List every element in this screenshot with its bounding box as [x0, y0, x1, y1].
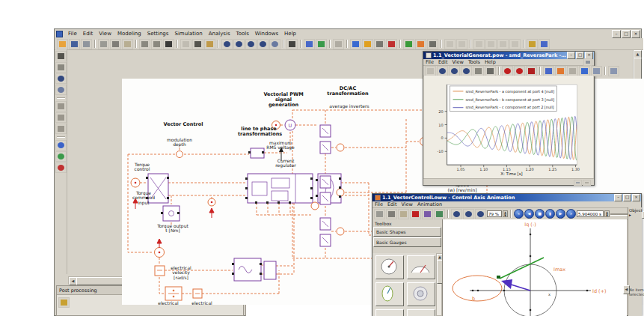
- plot-menu-edit[interactable]: Edit: [436, 59, 450, 65]
- settings-gear-icon[interactable]: [427, 39, 438, 49]
- anim-menu-view[interactable]: View: [399, 201, 414, 207]
- anim-menu-edit[interactable]: Edit: [385, 201, 399, 207]
- pause-button[interactable]: ▮: [545, 209, 555, 219]
- layout-b-icon[interactable]: [555, 66, 566, 76]
- sim-amber-icon[interactable]: [362, 39, 373, 49]
- anim-time-input[interactable]: [577, 210, 604, 217]
- pencil-icon[interactable]: [527, 39, 538, 49]
- cut-icon[interactable]: [374, 209, 385, 219]
- shape-rect-icon[interactable]: [55, 101, 67, 112]
- link-icon[interactable]: [422, 209, 433, 219]
- mdi-close-button[interactable]: ×: [631, 30, 640, 38]
- menu-modeling[interactable]: Modeling: [114, 31, 144, 37]
- doc-blue-icon[interactable]: [539, 39, 550, 49]
- paste-icon[interactable]: [122, 39, 133, 49]
- play-back-button[interactable]: ◀: [524, 209, 534, 219]
- plot-minimize-button[interactable]: –: [567, 52, 575, 59]
- disabled-a-icon[interactable]: [444, 39, 456, 49]
- panel-blue-icon[interactable]: [304, 39, 315, 49]
- zoom-in-icon[interactable]: [221, 39, 233, 49]
- shape-line-icon[interactable]: [55, 124, 67, 134]
- run-green-icon[interactable]: [403, 39, 414, 49]
- menu-help[interactable]: Help: [281, 31, 299, 37]
- paste-icon[interactable]: [398, 209, 409, 219]
- layout-c-icon[interactable]: [567, 66, 578, 76]
- zoom-in-icon[interactable]: [451, 209, 462, 219]
- flag-red-icon[interactable]: [526, 66, 537, 76]
- select-icon[interactable]: [425, 66, 436, 76]
- panel-green-icon[interactable]: [316, 39, 327, 49]
- anim-close-button[interactable]: ×: [632, 194, 640, 201]
- zoom-out-icon[interactable]: [463, 209, 474, 219]
- plot-resize-grip[interactable]: [583, 180, 591, 186]
- layout-a-icon[interactable]: [543, 66, 554, 76]
- menu-settings[interactable]: Settings: [144, 31, 172, 37]
- anim-titlebar[interactable]: 1.1_VectorControlLoww - Control Axis Ani…: [372, 194, 641, 201]
- plot-titlebar[interactable]: 1.1_VectorialGenerat.pow - smd_ReversePa…: [423, 52, 594, 59]
- plot-menu-help[interactable]: Help: [482, 59, 498, 65]
- menu-file[interactable]: File: [65, 31, 80, 37]
- post-processing-tool-button[interactable]: [58, 297, 70, 308]
- zoom-out-icon[interactable]: [233, 39, 245, 49]
- anim-minimize-button[interactable]: –: [614, 194, 622, 201]
- probe-icon[interactable]: [55, 85, 67, 95]
- line-icon[interactable]: [286, 39, 298, 49]
- plot-chart[interactable]: 1.051.101.151.201.251.30-1001020 smd_Rev…: [424, 76, 593, 180]
- toolbox-basic-shapes[interactable]: Basic Shapes: [373, 227, 441, 237]
- anim-canvas[interactable]: Iq (-) Id (+) Imax b x: [443, 219, 627, 316]
- node-blue-icon[interactable]: [55, 140, 67, 151]
- gauge-extra-button-1[interactable]: [375, 309, 404, 316]
- step-back-button[interactable]: «: [514, 209, 524, 219]
- gauge-vertical-button[interactable]: [375, 282, 404, 306]
- plot-status-icon-a[interactable]: [574, 180, 582, 186]
- toolbox-scrollbar[interactable]: ▲: [436, 253, 442, 316]
- undo-icon[interactable]: [139, 39, 150, 49]
- menu-view[interactable]: View: [96, 31, 114, 37]
- redo-icon[interactable]: [151, 39, 162, 49]
- marker-red-b-icon[interactable]: [514, 66, 525, 76]
- pan-icon[interactable]: [55, 62, 67, 73]
- stop-button[interactable]: ■: [535, 209, 545, 219]
- sim-gear-icon[interactable]: [374, 39, 385, 49]
- anim-menu-animation[interactable]: Animation: [415, 201, 444, 207]
- anim-maximize-button[interactable]: □: [623, 194, 631, 201]
- copy-icon[interactable]: [386, 209, 397, 219]
- disabled-e-icon[interactable]: [497, 39, 509, 49]
- find-icon[interactable]: [163, 39, 174, 49]
- cut-icon[interactable]: [98, 39, 109, 49]
- copy-icon[interactable]: [110, 39, 121, 49]
- toolbox-basic-gauges[interactable]: Basic Gauges: [373, 237, 441, 247]
- disabled-b-icon[interactable]: [456, 39, 467, 49]
- object-panel-expand-button[interactable]: ◀: [623, 285, 630, 294]
- gauge-icon[interactable]: [591, 66, 602, 76]
- plot-menu-tools[interactable]: Tools: [466, 59, 482, 65]
- node-green-icon[interactable]: [55, 151, 67, 162]
- sim-blue-icon[interactable]: [350, 39, 361, 49]
- mdi-minimize-button[interactable]: –: [612, 30, 621, 38]
- menu-windows[interactable]: Windows: [252, 31, 281, 37]
- zoom-fit-icon[interactable]: [257, 39, 269, 49]
- run-orange-icon[interactable]: [415, 39, 426, 49]
- menu-tools[interactable]: Tools: [233, 31, 252, 37]
- pointer-icon[interactable]: [55, 51, 67, 61]
- zoom-icon[interactable]: [475, 209, 486, 219]
- move-icon[interactable]: [485, 66, 496, 76]
- marker-red-a-icon[interactable]: [502, 66, 513, 76]
- fill-icon[interactable]: [434, 209, 445, 219]
- zoom-prev-icon[interactable]: [269, 39, 280, 49]
- save-icon[interactable]: [69, 39, 80, 49]
- menu-simulation[interactable]: Simulation: [171, 31, 205, 37]
- gauge-meter-button[interactable]: [407, 255, 435, 279]
- disabled-f-icon[interactable]: [509, 39, 521, 49]
- gauge-dial-button[interactable]: [375, 255, 404, 279]
- refresh-icon[interactable]: [579, 66, 590, 76]
- open-icon[interactable]: [57, 39, 68, 49]
- gauge-extra-button-2[interactable]: [407, 309, 435, 316]
- play-button[interactable]: ▶: [556, 209, 565, 219]
- zoom-fit-icon[interactable]: [461, 66, 472, 76]
- node-red-icon[interactable]: [55, 162, 67, 173]
- print-icon[interactable]: [81, 39, 92, 49]
- menu-analysis[interactable]: Analysis: [206, 31, 233, 37]
- zoom-window-icon[interactable]: [245, 39, 257, 49]
- zoom-in-icon[interactable]: [437, 66, 448, 76]
